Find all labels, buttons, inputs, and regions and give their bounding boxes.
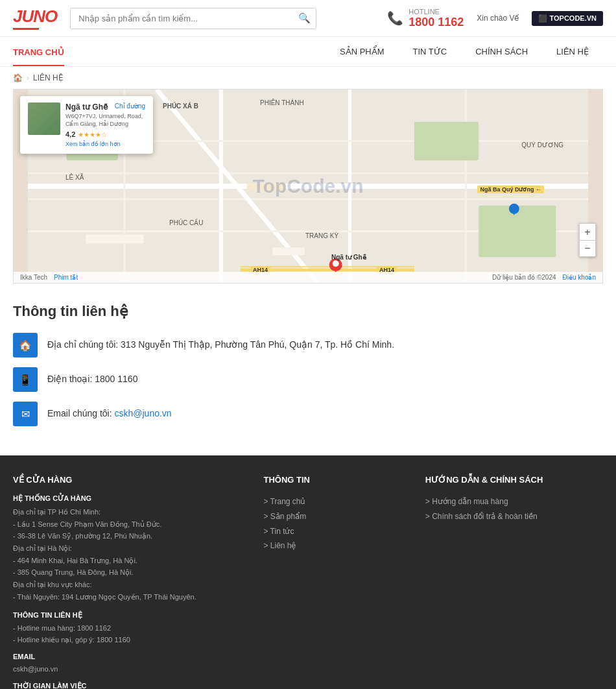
map-popup-dir[interactable]: Chỉ đường <box>115 103 145 110</box>
logo-area: JUNO <box>13 6 57 30</box>
header: JUNO 🔍 📞 HOTLINE 1800 1162 Xin chào Vế ⬛… <box>0 0 616 37</box>
hotline-info: HOTLINE 1800 1162 <box>409 8 464 29</box>
map-label-nga-tu-ghe: Ngã tư Ghẽ <box>331 254 366 261</box>
footer-col-policy: HƯỚNG DẪN & CHÍNH SÁCH > Hướng dẫn mua h… <box>425 475 603 689</box>
nav-link-products[interactable]: SẢN PHẨM <box>326 37 399 66</box>
map-container: PHÚC XÁ B PHIÊN THÁNH LÊ XÃ PHÚC CẦU TRA… <box>13 89 603 284</box>
map-label-le-xa: LÊ XÃ <box>65 174 84 181</box>
footer-link-guide[interactable]: > Hướng dẫn mua hàng <box>425 494 603 509</box>
map-zoom-in[interactable]: + <box>579 223 596 240</box>
footer-addr3: - 464 Minh Khai, Hai Bà Trưng, Hà Nội. <box>13 555 244 567</box>
greeting: Xin chào Vế <box>477 14 519 23</box>
footer-hotline2: - Hotline khiếu nại, góp ý: 1800 1160 <box>13 634 244 646</box>
map-popup-address: W6Q7+7VJ, Unnamed, Road, Cẩm Giàng, Hải … <box>65 113 145 128</box>
breadcrumb-sep: › <box>27 73 29 82</box>
search-input[interactable] <box>71 8 316 29</box>
contact-title: Thông tin liên hệ <box>13 303 603 320</box>
contact-email-icon: ✉ <box>13 402 38 426</box>
map-rating-value: 4,2 <box>65 130 75 138</box>
footer-store-title: HỆ THỐNG CỬA HÀNG <box>13 494 244 503</box>
map-popup: Ngã tư Ghẽ W6Q7+7VJ, Unnamed, Road, Cẩm … <box>20 96 153 154</box>
contact-address-icon: 🏠 <box>13 333 38 357</box>
footer-link-news[interactable]: > Tin tức <box>263 524 405 539</box>
footer-hcm-label: Địa chỉ tại TP Hồ Chí Minh: <box>13 506 244 518</box>
nav-brand-label: TRANG CHỦ <box>13 47 64 66</box>
nav-brand[interactable]: TRANG CHỦ <box>13 39 64 65</box>
footer: VỀ CỬA HÀNG HỆ THỐNG CỬA HÀNG Địa chỉ tạ… <box>0 455 616 689</box>
footer-col-policy-title: HƯỚNG DẪN & CHÍNH SÁCH <box>425 475 603 485</box>
footer-addr5: - Thái Nguyên: 194 Lương Ngọc Quyền, TP … <box>13 591 244 603</box>
footer-email-title: EMAIL <box>13 653 244 660</box>
footer-columns: VỀ CỬA HÀNG HỆ THỐNG CỬA HÀNG Địa chỉ tạ… <box>13 475 603 689</box>
footer-contact-title: THÔNG TIN LIÊN HỆ <box>13 611 244 620</box>
map-label-phuc-xa-b: PHÚC XÁ B <box>163 103 198 110</box>
svg-point-22 <box>333 260 339 267</box>
map-popup-link[interactable]: Xem bản đồ lớn hơn <box>65 141 145 147</box>
map-film[interactable]: Phim tắt <box>54 274 78 281</box>
topcode-badge: ⬛ TOPCODE.VN <box>532 11 603 26</box>
footer-addr2: - 36-38 Lê Văn Sỹ, phường 12, Phú Nhuận. <box>13 530 244 542</box>
map-stars: ★★★★☆ <box>78 131 107 138</box>
svg-rect-18 <box>247 183 286 191</box>
logo-underline <box>13 28 39 30</box>
breadcrumb-current: LIÊN HỆ <box>33 73 64 82</box>
contact-address-item: 🏠 Địa chỉ chúng tôi: 313 Nguyễn Thị Thập… <box>13 333 603 357</box>
phone-icon: 📞 <box>387 10 403 26</box>
map-terms[interactable]: Điều khoản <box>563 274 596 281</box>
footer-link-return[interactable]: > Chính sách đổi trả & hoàn tiền <box>425 509 603 524</box>
contact-phone-text: Điện thoại: 1800 1160 <box>47 367 137 386</box>
svg-rect-19 <box>272 247 305 255</box>
contact-phone-icon: 📱 <box>13 367 38 392</box>
map-label-nga-ba-quy: Ngã Ba Quý Dương ← <box>477 186 544 193</box>
footer-addr4: - 385 Quang Trung, Hà Đông, Hà Nội. <box>13 566 244 579</box>
map-label-trang-ky: TRANG KỲ <box>305 232 338 239</box>
nav: TRANG CHỦ SẢN PHẨM TIN TỨC CHÍNH SÁCH LI… <box>0 37 616 67</box>
map-footer-bar: Ikka Tech Phim tắt Dữ liệu bản đồ ©2024 … <box>14 272 602 283</box>
footer-other-label: Địa chỉ tại khu vực khác: <box>13 579 244 591</box>
footer-link-home[interactable]: > Trang chủ <box>263 494 405 509</box>
breadcrumb-home[interactable]: 🏠 <box>13 73 23 82</box>
footer-hotline1: - Hotline mua hàng: 1800 1162 <box>13 622 244 635</box>
footer-col-about-title: VỀ CỬA HÀNG <box>13 475 244 485</box>
contact-email-text: Email chúng tôi: cskh@juno.vn <box>47 402 172 420</box>
logo[interactable]: JUNO <box>13 6 57 26</box>
footer-link-contact[interactable]: > Liên hệ <box>263 538 405 553</box>
map-label-phuc-cau: PHÚC CẦU <box>169 219 204 226</box>
svg-rect-15 <box>414 122 479 161</box>
contact-email-item: ✉ Email chúng tôi: cskh@juno.vn <box>13 402 603 426</box>
footer-email-value: cskh@juno.vn <box>13 663 244 675</box>
hotline-area: 📞 HOTLINE 1800 1162 <box>387 8 464 29</box>
footer-col-info-title: THÔNG TIN <box>263 475 405 485</box>
footer-hours-title: THỜI GIAN LÀM VIỆC <box>13 682 244 689</box>
footer-hn-label: Địa chỉ tại Hà Nội: <box>13 542 244 555</box>
map-label-quy-duong: QUÝ DƯƠNG <box>521 141 563 149</box>
footer-col-info: THÔNG TIN > Trang chủ > Sản phẩm > Tin t… <box>263 475 405 689</box>
contact-address-text: Địa chỉ chúng tôi: 313 Nguyễn Thị Thập, … <box>47 333 394 352</box>
search-bar: 🔍 <box>70 8 316 29</box>
hotline-label: HOTLINE <box>409 8 464 16</box>
contact-section: Thông tin liên hệ 🏠 Địa chỉ chúng tôi: 3… <box>0 284 616 455</box>
map-zoom-out[interactable]: − <box>579 240 596 257</box>
nav-link-policy[interactable]: CHÍNH SÁCH <box>461 37 542 66</box>
map-ikka: Ikka Tech <box>20 274 47 281</box>
map-zoom-controls: + − <box>579 223 596 257</box>
contact-email-link[interactable]: cskh@juno.vn <box>115 408 172 418</box>
footer-link-products[interactable]: > Sản phẩm <box>263 509 405 524</box>
map-popup-img <box>28 103 60 135</box>
nav-links: SẢN PHẨM TIN TỨC CHÍNH SÁCH LIÊN HỆ <box>326 37 603 66</box>
svg-rect-16 <box>479 206 556 257</box>
breadcrumb: 🏠 › LIÊN HỆ <box>0 67 616 89</box>
hotline-number: 1800 1162 <box>409 16 464 29</box>
search-button[interactable]: 🔍 <box>298 12 311 24</box>
svg-rect-17 <box>86 235 143 244</box>
footer-col-about: VỀ CỬA HÀNG HỆ THỐNG CỬA HÀNG Địa chỉ tạ… <box>13 475 244 689</box>
contact-phone-item: 📱 Điện thoại: 1800 1160 <box>13 367 603 392</box>
map-popup-rating-row: 4,2 ★★★★☆ <box>65 130 145 138</box>
nav-link-news[interactable]: TIN TỨC <box>399 37 462 66</box>
map-label-phien-thanh: PHIÊN THÁNH <box>260 99 304 106</box>
nav-link-contact[interactable]: LIÊN HỆ <box>542 37 603 66</box>
map-data: Dữ liệu bản đồ ©2024 <box>492 274 556 281</box>
footer-addr1: - Lầu 1 Sense City Phạm Văn Đồng, Thủ Đứ… <box>13 518 244 531</box>
